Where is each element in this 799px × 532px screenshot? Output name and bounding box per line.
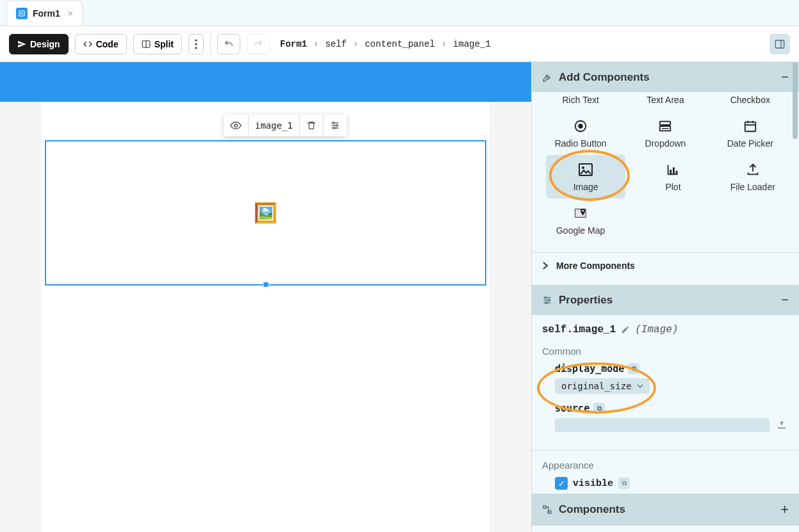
visible-checkbox[interactable]: ✓ <box>555 477 568 490</box>
svg-point-39 <box>548 299 550 301</box>
svg-point-27 <box>582 166 584 169</box>
svg-rect-8 <box>775 40 784 48</box>
select-value: original_size <box>561 381 632 391</box>
link-icon[interactable]: ⧉ <box>593 403 605 414</box>
component-richtext[interactable]: Rich Text <box>538 95 623 111</box>
component-googlemap[interactable]: Google Map <box>538 198 623 242</box>
code-icon <box>83 40 92 49</box>
section-title: Add Components <box>559 71 650 84</box>
component-plot[interactable]: Plot <box>633 155 713 198</box>
breadcrumb-item-self[interactable]: self <box>325 39 347 49</box>
design-label: Design <box>30 39 60 49</box>
image-icon <box>578 161 593 178</box>
more-components-button[interactable]: More Components <box>532 252 799 278</box>
dropdown-icon <box>658 118 672 134</box>
breadcrumb-root[interactable]: Form1 <box>280 39 307 49</box>
visible-label: visible <box>573 478 613 489</box>
chevron-down-icon <box>637 384 643 388</box>
component-dropdown[interactable]: Dropdown <box>623 111 707 155</box>
svg-point-18 <box>578 124 582 128</box>
more-components-label: More Components <box>556 261 635 271</box>
breadcrumb-item-content-panel[interactable]: content_panel <box>365 39 434 49</box>
component-fileloader[interactable]: File Loader <box>713 155 793 198</box>
form-icon <box>16 8 28 19</box>
components-grid: Rich Text Text Area Checkbox Radio Butto… <box>532 92 799 252</box>
component-datepicker[interactable]: Date Picker <box>708 111 793 155</box>
toolbar: Design Code Split Form1 › self › content… <box>0 26 799 62</box>
section-title: Properties <box>559 294 613 307</box>
property-type: (Image) <box>635 324 678 335</box>
eye-icon <box>230 120 242 131</box>
component-checkbox[interactable]: Checkbox <box>708 95 793 111</box>
property-ref: self.image_1 <box>542 324 616 335</box>
settings-button[interactable] <box>324 115 347 136</box>
calendar-icon <box>743 118 757 134</box>
property-source: source ⧉ <box>555 403 789 432</box>
design-button[interactable]: Design <box>9 34 69 54</box>
properties-body: self.image_1 (Image) Common display_mode… <box>532 315 799 451</box>
delete-button[interactable] <box>300 115 324 136</box>
tab-label: Form1 <box>33 8 60 19</box>
radio-icon <box>573 118 588 134</box>
resize-handle[interactable] <box>263 282 268 287</box>
split-button[interactable]: Split <box>133 34 182 54</box>
redo-icon <box>253 39 263 49</box>
code-label: Code <box>96 39 119 49</box>
component-textarea[interactable]: Text Area <box>623 95 707 111</box>
redo-button[interactable] <box>247 34 270 54</box>
expand-icon[interactable]: + <box>780 501 789 518</box>
properties-header[interactable]: Properties − <box>532 285 799 315</box>
svg-point-16 <box>333 127 335 129</box>
wrench-icon <box>542 72 552 83</box>
tree-icon <box>542 504 552 515</box>
breadcrumb-item-image1[interactable]: image_1 <box>453 39 491 49</box>
svg-point-6 <box>195 43 197 45</box>
undo-button[interactable] <box>217 34 240 54</box>
pencil-icon <box>621 325 630 334</box>
link-icon[interactable]: ⧉ <box>628 363 639 375</box>
svg-rect-0 <box>19 11 24 16</box>
upload-icon <box>746 161 760 178</box>
image-component[interactable]: 🖼️ <box>45 140 486 286</box>
chevron-right-icon <box>542 261 548 270</box>
svg-point-40 <box>545 302 547 303</box>
svg-rect-31 <box>673 167 675 174</box>
form-header-bar <box>0 62 531 102</box>
selection-name[interactable]: image_1 <box>249 115 300 136</box>
link-icon[interactable]: ⧉ <box>618 478 630 489</box>
svg-rect-19 <box>660 122 671 125</box>
svg-rect-30 <box>670 170 672 174</box>
scrollbar[interactable] <box>793 62 798 139</box>
svg-rect-41 <box>543 506 546 508</box>
svg-point-34 <box>582 210 584 212</box>
more-menu-button[interactable] <box>188 34 204 54</box>
chevron-right-icon: › <box>313 39 318 49</box>
svg-rect-32 <box>676 171 678 175</box>
code-button[interactable]: Code <box>75 34 127 54</box>
component-radiobutton[interactable]: Radio Button <box>538 111 623 155</box>
sidebar-icon <box>775 39 785 49</box>
edit-name-button[interactable] <box>621 325 630 334</box>
panel-toggle-button[interactable] <box>770 34 790 54</box>
upload-source-button[interactable] <box>775 418 789 432</box>
prop-label-text: display_mode <box>555 363 624 375</box>
collapse-icon[interactable]: − <box>781 70 789 85</box>
visibility-toggle-button[interactable] <box>224 115 249 136</box>
display-mode-select[interactable]: original_size <box>555 378 650 394</box>
tab-form1[interactable]: Form1 × <box>6 1 83 26</box>
add-components-header[interactable]: Add Components − <box>532 62 799 92</box>
svg-point-38 <box>545 296 547 298</box>
svg-rect-22 <box>745 122 756 132</box>
undo-icon <box>224 39 234 49</box>
picture-icon: 🖼️ <box>254 202 277 224</box>
component-image[interactable]: Image <box>546 155 625 198</box>
section-title: Components <box>559 503 625 516</box>
source-input[interactable] <box>555 418 770 432</box>
chevron-right-icon: › <box>353 39 358 49</box>
collapse-icon[interactable]: − <box>781 293 789 307</box>
close-icon[interactable]: × <box>68 8 73 19</box>
svg-point-7 <box>195 47 197 49</box>
svg-point-10 <box>235 124 238 127</box>
common-heading: Common <box>542 346 789 357</box>
components-tree-header[interactable]: Components + <box>532 494 799 526</box>
